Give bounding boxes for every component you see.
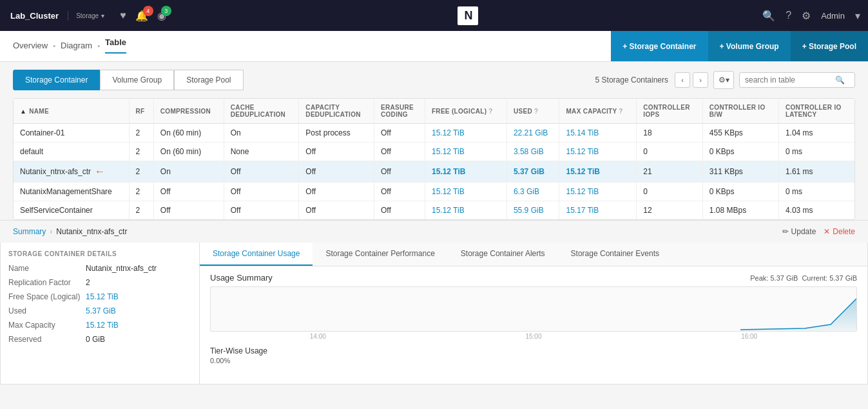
detail-row: Reserved 0 GiB xyxy=(8,335,191,344)
search-icon[interactable]: 🔍 xyxy=(762,10,775,22)
col-max-capacity: MAX CAPACITY ? xyxy=(559,99,637,124)
add-storage-pool-button[interactable]: + Storage Pool xyxy=(791,31,868,61)
help-icon[interactable]: ? xyxy=(786,10,791,21)
col-controller-io-bw: CONTROLLER IOB/W xyxy=(702,99,778,124)
arrow-icon: ← xyxy=(95,166,105,177)
right-tabs: Storage Container UsageStorage Container… xyxy=(200,243,867,266)
col-capacity-dedup: CAPACITYDEDUPLICATION xyxy=(299,99,374,124)
detail-row: Name Nutanix_ntnx-afs_ctr xyxy=(8,264,191,273)
tasks-icon[interactable]: ◉3 xyxy=(157,10,166,22)
delete-button[interactable]: ✕ Delete xyxy=(824,227,855,236)
usage-chart xyxy=(210,286,857,332)
close-icon: ✕ xyxy=(824,227,830,236)
usage-summary-header: Usage Summary Peak: 5.37 GiB Current: 5.… xyxy=(210,273,857,283)
nav-right: 🔍 ? ⚙ Admin ▾ xyxy=(762,10,860,22)
storage-table: ▲NAME RF COMPRESSION CACHEDEDUPLICATION … xyxy=(13,98,855,220)
pager: ‹ › xyxy=(675,72,708,88)
detail-row: Free Space (Logical) 15.12 TiB xyxy=(8,292,191,301)
right-panel: Storage Container UsageStorage Container… xyxy=(200,243,868,384)
add-buttons: + Storage Container + Volume Group + Sto… xyxy=(611,31,868,61)
health-icon[interactable]: ♥ xyxy=(120,10,126,21)
table-row[interactable]: default2On (60 min)NoneOffOff15.12 TiB3.… xyxy=(14,143,854,161)
settings-icon[interactable]: ⚙ xyxy=(802,10,811,22)
tab-volume-group[interactable]: Volume Group xyxy=(100,70,174,90)
alerts-icon[interactable]: 🔔4 xyxy=(135,10,148,22)
right-tab-storage-container-alerts[interactable]: Storage Container Alerts xyxy=(448,243,558,266)
sub-nav: Overview • Diagram • Table + Storage Con… xyxy=(0,31,868,62)
nav-logo: N xyxy=(174,6,763,25)
pager-next[interactable]: › xyxy=(693,72,708,88)
details-panel: STORAGE CONTAINER DETAILS Name Nutanix_n… xyxy=(0,243,200,384)
tab-storage-pool[interactable]: Storage Pool xyxy=(174,70,243,90)
detail-row: Used 5.37 GiB xyxy=(8,306,191,315)
summary-current: Nutanix_ntnx-afs_ctr xyxy=(56,227,127,236)
update-button[interactable]: ✏ Update xyxy=(782,227,816,236)
bottom-panel: STORAGE CONTAINER DETAILS Name Nutanix_n… xyxy=(0,243,868,384)
pager-prev[interactable]: ‹ xyxy=(675,72,690,88)
search-input[interactable] xyxy=(745,75,835,85)
detail-row: Max Capacity 15.12 TiB xyxy=(8,321,191,330)
diagram-link[interactable]: Diagram xyxy=(61,41,92,50)
tab-storage-container[interactable]: Storage Container xyxy=(13,70,100,90)
add-storage-container-button[interactable]: + Storage Container xyxy=(611,31,708,61)
content-area: Storage Container Volume Group Storage P… xyxy=(0,62,868,220)
admin-chevron-icon[interactable]: ▾ xyxy=(855,10,860,22)
col-rf: RF xyxy=(129,99,153,124)
table-row[interactable]: SelfServiceContainer2OffOffOffOff15.12 T… xyxy=(14,201,854,220)
usage-peak: Peak: 5.37 GiB Current: 5.37 GiB xyxy=(750,274,857,282)
summary-bar: Summary › Nutanix_ntnx-afs_ctr ✏ Update … xyxy=(0,220,868,243)
name-text: Nutanix_ntnx-afs_ctr xyxy=(20,167,91,176)
col-free-logical: FREE (LOGICAL) ? xyxy=(425,99,506,124)
right-tab-storage-container-usage[interactable]: Storage Container Usage xyxy=(200,243,313,266)
search-icon: 🔍 xyxy=(835,75,845,85)
table-row[interactable]: Nutanix_ntnx-afs_ctr ← 2OnOffOffOff15.12… xyxy=(14,161,854,183)
summary-sep: › xyxy=(50,227,52,236)
settings-columns-button[interactable]: ⚙▾ xyxy=(713,71,734,89)
search-box: 🔍 xyxy=(739,72,855,88)
table-row[interactable]: NutanixManagementShare2OffOffOffOff15.12… xyxy=(14,183,854,201)
summary-actions: ✏ Update ✕ Delete xyxy=(782,227,855,236)
table-link[interactable]: Table xyxy=(105,37,126,54)
right-tab-storage-container-events[interactable]: Storage Container Events xyxy=(558,243,672,266)
col-erasure: ERASURECODING xyxy=(374,99,425,124)
chevron-down-icon: ▾ xyxy=(101,12,104,19)
summary-link[interactable]: Summary xyxy=(13,227,46,236)
table-row[interactable]: Container-012On (60 min)OnPost processOf… xyxy=(14,124,854,143)
right-tab-storage-container-performance[interactable]: Storage Container Performance xyxy=(313,243,447,266)
breadcrumb: Overview • Diagram • Table xyxy=(13,37,126,61)
usage-title: Usage Summary xyxy=(210,273,273,283)
alerts-badge: 4 xyxy=(143,6,153,16)
col-compression: COMPRESSION xyxy=(153,99,224,124)
right-content: Usage Summary Peak: 5.37 GiB Current: 5.… xyxy=(200,266,867,384)
col-used: USED ? xyxy=(506,99,559,124)
details-title: STORAGE CONTAINER DETAILS xyxy=(8,250,191,257)
detail-row: Replication Factor 2 xyxy=(8,278,191,287)
chart-labels: 14:00 15:00 16:00 xyxy=(210,332,857,341)
nav-icons: ♥ 🔔4 ◉3 xyxy=(112,10,174,22)
col-controller-io-latency: CONTROLLER IOLATENCY xyxy=(778,99,854,124)
container-count: 5 Storage Containers xyxy=(595,75,668,85)
col-name[interactable]: ▲NAME xyxy=(14,99,129,124)
col-cache-dedup: CACHEDEDUPLICATION xyxy=(224,99,299,124)
nutanix-logo: N xyxy=(458,6,478,25)
tab-row: Storage Container Volume Group Storage P… xyxy=(13,70,855,90)
tier-usage-value: 0.00% xyxy=(210,357,857,364)
nav-storage[interactable]: Storage ▾ xyxy=(68,12,112,19)
top-nav: Lab_Cluster Storage ▾ ♥ 🔔4 ◉3 N 🔍 ? ⚙ Ad… xyxy=(0,0,868,31)
tier-usage-label: Tier-Wise Usage xyxy=(210,346,857,355)
add-volume-group-button[interactable]: + Volume Group xyxy=(708,31,791,61)
tasks-badge: 3 xyxy=(161,6,171,16)
col-controller-iops: CONTROLLERIOPS xyxy=(637,99,702,124)
cluster-name[interactable]: Lab_Cluster xyxy=(8,11,68,21)
admin-menu[interactable]: Admin xyxy=(821,11,845,21)
overview-link[interactable]: Overview xyxy=(13,41,48,50)
edit-icon: ✏ xyxy=(782,227,789,236)
